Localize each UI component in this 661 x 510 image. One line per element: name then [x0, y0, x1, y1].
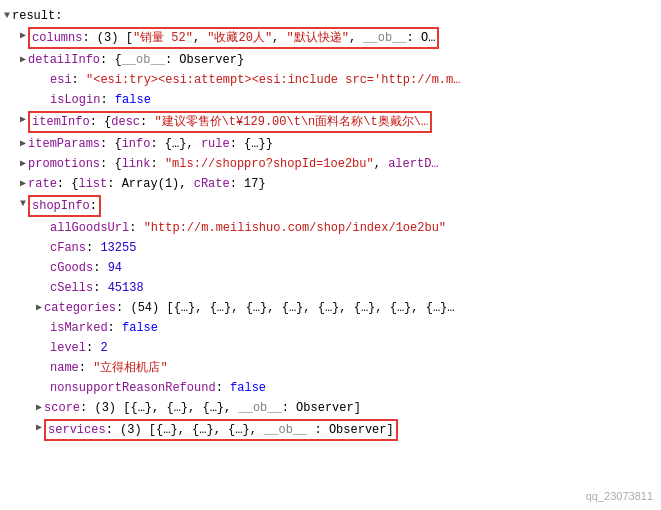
- console-line-esi[interactable]: esi: "<esi:try><esi:attempt><esi:include…: [0, 70, 661, 90]
- triangle-icon[interactable]: ▶: [36, 399, 42, 417]
- console-output: ▼ result:▶columns: (3) ["销量 52", "收藏20人"…: [0, 6, 661, 442]
- triangle-icon[interactable]: ▶: [20, 135, 26, 153]
- line-text: itemParams: {info: {…}, rule: {…}}: [28, 135, 273, 153]
- plain-token: :: [86, 241, 100, 255]
- line-text: cSells: 45138: [50, 279, 144, 297]
- gray-token: __ob__: [122, 53, 165, 67]
- console-line-columns[interactable]: ▶columns: (3) ["销量 52", "收藏20人", "默认快递",…: [0, 26, 661, 50]
- console-line-promotions[interactable]: ▶promotions: {link: "mls://shoppro?shopI…: [0, 154, 661, 174]
- console-line-allGoodsUrl[interactable]: allGoodsUrl: "http://m.meilishuo.com/sho…: [0, 218, 661, 238]
- number-token: 2: [100, 341, 107, 355]
- console-line-score[interactable]: ▶score: (3) [{…}, {…}, {…}, __ob__: Obse…: [0, 398, 661, 418]
- line-text: isMarked: false: [50, 319, 158, 337]
- gray-token: __ob__: [257, 423, 307, 437]
- line-text: allGoodsUrl: "http://m.meilishuo.com/sho…: [50, 219, 446, 237]
- console-line-detailInfo[interactable]: ▶detailInfo: {__ob__: Observer}: [0, 50, 661, 70]
- triangle-icon[interactable]: ▶: [20, 111, 26, 129]
- console-line-cFans[interactable]: cFans: 13255: [0, 238, 661, 258]
- key-token: nonsupportReasonRefound: [50, 381, 216, 395]
- string-token: "mls://shoppro?shopId=1oe2bu": [165, 157, 374, 171]
- plain-token: :: [90, 199, 97, 213]
- console-line-name[interactable]: name: "立得相机店": [0, 358, 661, 378]
- key-token: link: [122, 157, 151, 171]
- plain-token: ,: [374, 157, 388, 171]
- console-line-shopInfo[interactable]: ▼shopInfo:: [0, 194, 661, 218]
- plain-token: : (3) [{…}, {…}, {…},: [80, 401, 238, 415]
- plain-token: :: [93, 261, 107, 275]
- line-text: cFans: 13255: [50, 239, 136, 257]
- triangle-icon[interactable]: ▶: [20, 175, 26, 193]
- string-token: "建议零售价\t¥129.00\t\n面料名称\t奥戴尔\…: [154, 115, 428, 129]
- key-token: rule: [201, 137, 230, 151]
- console-line-itemParams[interactable]: ▶itemParams: {info: {…}, rule: {…}}: [0, 134, 661, 154]
- triangle-icon[interactable]: ▶: [20, 155, 26, 173]
- key-token: name: [50, 361, 79, 375]
- key-token: cGoods: [50, 261, 93, 275]
- console-line-result[interactable]: ▼ result:: [0, 6, 661, 26]
- line-text: categories: (54) [{…}, {…}, {…}, {…}, {……: [44, 299, 454, 317]
- plain-token: : Observer]: [282, 401, 361, 415]
- line-text: detailInfo: {__ob__: Observer}: [28, 51, 244, 69]
- triangle-icon[interactable]: ▶: [36, 419, 42, 437]
- plain-token: ,: [193, 31, 207, 45]
- line-text: score: (3) [{…}, {…}, {…}, __ob__: Obser…: [44, 399, 361, 417]
- key-token: info: [122, 137, 151, 151]
- highlight-box: columns: (3) ["销量 52", "收藏20人", "默认快递", …: [28, 27, 439, 49]
- line-text: esi: "<esi:try><esi:attempt><esi:include…: [50, 71, 460, 89]
- string-token: "立得相机店": [93, 361, 167, 375]
- line-text: isLogin: false: [50, 91, 151, 109]
- console-line-services[interactable]: ▶services: (3) [{…}, {…}, {…}, __ob__ : …: [0, 418, 661, 442]
- console-line-cGoods[interactable]: cGoods: 94: [0, 258, 661, 278]
- triangle-icon[interactable]: ▶: [36, 299, 42, 317]
- highlight-box: itemInfo: {desc: "建议零售价\t¥129.00\t\n面料名称…: [28, 111, 432, 133]
- line-text: promotions: {link: "mls://shoppro?shopId…: [28, 155, 439, 173]
- plain-token: : {: [100, 53, 122, 67]
- plain-token: : {: [90, 115, 112, 129]
- plain-token: : (54) [{…}, {…}, {…}, {…}, {…}, {…}, {……: [116, 301, 454, 315]
- string-token: "收藏20人": [207, 31, 272, 45]
- key-token: cRate: [194, 177, 230, 191]
- line-text: result:: [12, 7, 62, 25]
- plain-token: : (3) [{…}, {…}, {…},: [106, 423, 257, 437]
- plain-token: ,: [272, 31, 286, 45]
- console-line-nonsupportReasonRefound[interactable]: nonsupportReasonRefound: false: [0, 378, 661, 398]
- plain-token: :: [72, 73, 86, 87]
- plain-token: : {…}}: [230, 137, 273, 151]
- console-line-isMarked[interactable]: isMarked: false: [0, 318, 661, 338]
- console-line-cSells[interactable]: cSells: 45138: [0, 278, 661, 298]
- console-line-level[interactable]: level: 2: [0, 338, 661, 358]
- plain-token: : Observer}: [165, 53, 244, 67]
- bool-token: false: [115, 93, 151, 107]
- plain-token: : {: [100, 157, 122, 171]
- key-token: level: [50, 341, 86, 355]
- key-token: score: [44, 401, 80, 415]
- console-line-itemInfo[interactable]: ▶itemInfo: {desc: "建议零售价\t¥129.00\t\n面料名…: [0, 110, 661, 134]
- plain-token: :: [129, 221, 143, 235]
- key-token: isMarked: [50, 321, 108, 335]
- string-token: "<esi:try><esi:attempt><esi:include src=…: [86, 73, 460, 87]
- string-token: "默认快递": [287, 31, 349, 45]
- plain-token: :: [100, 93, 114, 107]
- key-token: isLogin: [50, 93, 100, 107]
- highlight-box: services: (3) [{…}, {…}, {…}, __ob__ : O…: [44, 419, 398, 441]
- plain-token: : {…},: [150, 137, 200, 151]
- plain-token: :: [79, 361, 93, 375]
- plain-token: : {: [57, 177, 79, 191]
- plain-token: : O…: [407, 31, 436, 45]
- console-line-isLogin[interactable]: isLogin: false: [0, 90, 661, 110]
- key-token: shopInfo: [32, 199, 90, 213]
- triangle-icon[interactable]: ▼: [20, 195, 26, 213]
- plain-token: :: [86, 341, 100, 355]
- key-token: allGoodsUrl: [50, 221, 129, 235]
- console-line-categories[interactable]: ▶categories: (54) [{…}, {…}, {…}, {…}, {…: [0, 298, 661, 318]
- gray-token: __ob__: [356, 31, 406, 45]
- triangle-icon[interactable]: ▼: [4, 7, 10, 25]
- number-token: 94: [108, 261, 122, 275]
- key-token: cFans: [50, 241, 86, 255]
- triangle-icon[interactable]: ▶: [20, 27, 26, 45]
- plain-token: :: [93, 281, 107, 295]
- bool-token: false: [230, 381, 266, 395]
- triangle-icon[interactable]: ▶: [20, 51, 26, 69]
- console-line-rate[interactable]: ▶rate: {list: Array(1), cRate: 17}: [0, 174, 661, 194]
- highlight-box: shopInfo:: [28, 195, 101, 217]
